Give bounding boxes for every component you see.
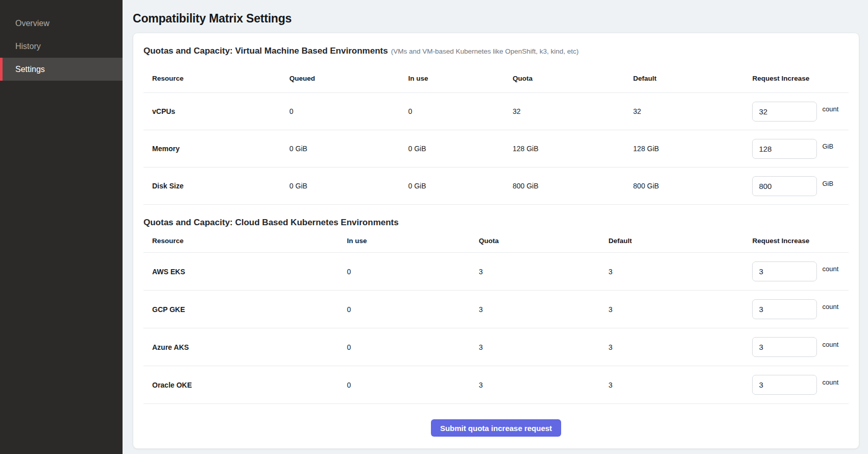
request-increase-cell: count [752,261,849,281]
request-increase-input-gcp-gke[interactable] [752,299,817,319]
table-row-aws-eks: AWS EKS 0 3 3 count [143,253,849,291]
col-header-default: Default [609,237,753,245]
cloud-section-title: Quotas and Capacity: Cloud Based Kuberne… [143,216,849,229]
unit-label: count [822,105,838,113]
col-header-quota: Quota [513,75,633,82]
col-header-in-use: In use [347,237,478,245]
page-title: Compatibility Matrix Settings [133,10,859,27]
sidebar-item-settings[interactable]: Settings [0,58,123,81]
default-value: 800 GiB [633,182,752,190]
col-header-resource: Resource [143,237,347,245]
unit-label: count [822,303,838,310]
resource-name: Azure AKS [143,343,347,351]
resource-name: Memory [143,145,290,153]
request-increase-cell: count [752,375,849,395]
resource-name: AWS EKS [143,268,347,276]
cloud-quota-table: Resource In use Quota Default Request In… [143,229,849,404]
unit-label: count [822,378,838,386]
main-content: Compatibility Matrix Settings Quotas and… [123,0,868,454]
table-row-vcpus: vCPUs 0 0 32 32 count [143,93,849,130]
cloud-section-title-text: Quotas and Capacity: Cloud Based Kuberne… [143,218,399,227]
unit-label: GiB [822,180,833,187]
quota-value: 3 [479,343,609,351]
queued-value: 0 [290,107,408,115]
in-use-value: 0 GiB [408,182,513,190]
vm-quota-table: Resource Queued In use Quota Default Req… [143,64,849,205]
in-use-value: 0 GiB [408,145,513,153]
in-use-value: 0 [347,268,478,276]
default-value: 3 [609,268,753,276]
resource-name: vCPUs [143,107,290,115]
resource-name: Oracle OKE [143,381,347,389]
request-increase-cell: count [752,102,849,122]
request-increase-input-memory[interactable] [752,139,817,159]
sidebar-item-overview[interactable]: Overview [0,12,123,35]
unit-label: GiB [822,142,833,150]
request-increase-input-oracle-oke[interactable] [752,375,817,395]
col-header-default: Default [633,75,752,82]
quota-value: 3 [479,268,609,276]
in-use-value: 0 [408,107,513,115]
col-header-request-increase: Request Increase [752,75,849,82]
request-increase-input-disk-size[interactable] [752,176,817,196]
settings-card: Quotas and Capacity: Virtual Machine Bas… [133,33,859,449]
in-use-value: 0 [347,343,478,351]
vm-section-title: Quotas and Capacity: Virtual Machine Bas… [143,44,849,58]
resource-name: GCP GKE [143,305,347,314]
table-row-disk-size: Disk Size 0 GiB 0 GiB 800 GiB 800 GiB Gi… [143,168,849,205]
table-row-azure-aks: Azure AKS 0 3 3 count [143,328,849,366]
table-row-oracle-oke: Oracle OKE 0 3 3 count [143,366,849,404]
col-header-in-use: In use [408,75,513,82]
col-header-queued: Queued [290,75,408,82]
quota-value: 128 GiB [513,145,633,153]
quota-value: 32 [513,107,633,115]
col-header-resource: Resource [143,75,290,82]
vm-table-header: Resource Queued In use Quota Default Req… [143,64,849,93]
queued-value: 0 GiB [290,145,408,153]
col-header-request-increase: Request Increase [752,237,849,245]
request-increase-input-aws-eks[interactable] [752,261,817,281]
request-increase-cell: count [752,337,849,357]
default-value: 3 [609,381,753,389]
request-increase-cell: GiB [752,176,849,196]
quota-value: 3 [479,381,609,389]
default-value: 3 [609,305,753,314]
sidebar: Overview History Settings [0,0,123,454]
button-row: Submit quota increase request [143,419,849,437]
quota-value: 3 [479,305,609,314]
in-use-value: 0 [347,381,478,389]
table-row-gcp-gke: GCP GKE 0 3 3 count [143,291,849,328]
default-value: 32 [633,107,752,115]
queued-value: 0 GiB [290,182,408,190]
cloud-table-header: Resource In use Quota Default Request In… [143,229,849,253]
in-use-value: 0 [347,305,478,314]
default-value: 128 GiB [633,145,752,153]
vm-section-subtitle: (VMs and VM-based Kubernetes like OpenSh… [391,47,579,55]
request-increase-input-vcpus[interactable] [752,102,817,122]
quota-value: 800 GiB [513,182,633,190]
request-increase-cell: count [752,299,849,319]
resource-name: Disk Size [143,182,290,190]
sidebar-item-history[interactable]: History [0,35,123,58]
col-header-quota: Quota [479,237,609,245]
unit-label: count [822,341,838,348]
default-value: 3 [609,343,753,351]
request-increase-input-azure-aks[interactable] [752,337,817,357]
vm-section-title-text: Quotas and Capacity: Virtual Machine Bas… [143,46,388,56]
request-increase-cell: GiB [752,139,849,159]
table-row-memory: Memory 0 GiB 0 GiB 128 GiB 128 GiB GiB [143,130,849,168]
unit-label: count [822,265,838,273]
submit-quota-increase-button[interactable]: Submit quota increase request [431,419,561,437]
